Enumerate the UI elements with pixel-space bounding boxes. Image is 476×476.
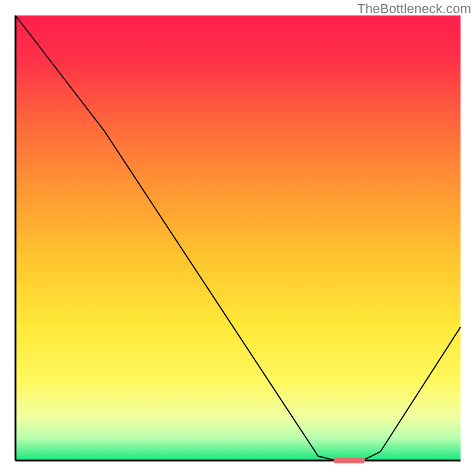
optimal-marker xyxy=(334,458,365,464)
plot-background xyxy=(15,15,461,461)
bottleneck-chart xyxy=(0,0,476,476)
chart-container: TheBottleneck.com xyxy=(0,0,476,476)
